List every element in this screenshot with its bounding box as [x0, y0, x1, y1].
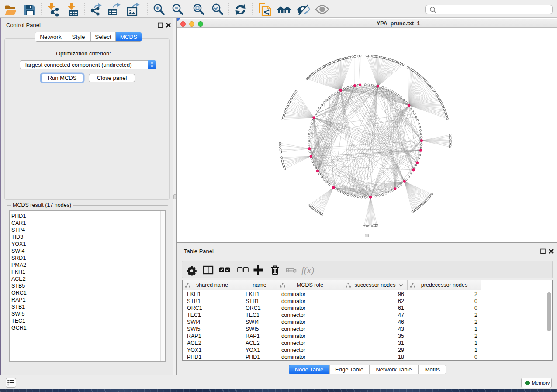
svg-text:f(x): f(x)	[301, 265, 314, 275]
